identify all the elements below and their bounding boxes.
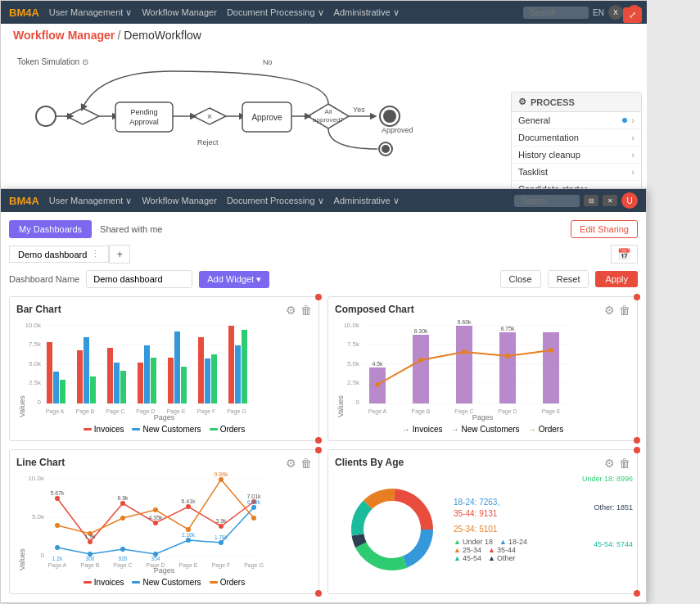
- composed-chart-title: Composed Chart: [335, 304, 630, 315]
- sub-tab-label: Demo dashboard: [18, 250, 87, 259]
- svg-point-104: [186, 504, 191, 509]
- fullscreen-button[interactable]: ⤢: [623, 7, 642, 23]
- svg-rect-50: [174, 331, 180, 403]
- svg-point-116: [120, 516, 125, 521]
- svg-marker-4: [66, 108, 99, 124]
- clients-legend: 18-24: 7263, 35-44: 9131 25-34: 5101 ▲ U…: [454, 498, 527, 562]
- svg-text:Page B: Page B: [76, 408, 95, 415]
- svg-rect-52: [198, 337, 204, 403]
- svg-point-102: [120, 501, 125, 506]
- orders-color: [210, 428, 218, 430]
- bg-nav-wm: Workflow Manager: [142, 7, 217, 17]
- charts-grid: ⚙ 🗑 Bar Chart Values 10.0k 7.5k 5.0k 2.5…: [9, 296, 638, 594]
- svg-text:1.9k: 1.9k: [84, 534, 96, 539]
- main-nav-dp[interactable]: Document Processing ∨: [227, 196, 324, 206]
- legend-line-orders: Orders: [210, 578, 246, 587]
- svg-text:Pending: Pending: [130, 108, 157, 116]
- main-search-input[interactable]: [514, 195, 580, 207]
- svg-text:10.0k: 10.0k: [28, 475, 45, 482]
- main-nav-wm[interactable]: Workflow Manager: [142, 196, 217, 205]
- new-customers-color: [132, 428, 140, 430]
- main-nav-admin[interactable]: Administrative ∨: [334, 196, 400, 206]
- composed-chart-delete-icon[interactable]: 🗑: [619, 304, 630, 317]
- svg-text:Page E: Page E: [179, 562, 198, 569]
- legend-item-under18: ▲ Under 18: [454, 538, 493, 546]
- svg-rect-55: [228, 326, 234, 403]
- svg-text:Page E: Page E: [542, 408, 561, 415]
- svg-rect-39: [60, 380, 65, 403]
- clients-chart-delete-icon[interactable]: 🗑: [619, 457, 630, 470]
- main-nav-um[interactable]: User Management ∨: [49, 196, 133, 206]
- bar-chart-settings-icon[interactable]: ⚙: [286, 304, 296, 317]
- svg-point-84: [375, 382, 380, 387]
- svg-text:0: 0: [38, 399, 42, 406]
- bg-nav-admin: Administrative ∨: [334, 7, 400, 18]
- tab-my-dashboards[interactable]: My Dashboards: [9, 220, 92, 238]
- legend-item-25-34-sm: ▲ 25-34: [454, 546, 481, 554]
- bg-logo: BM4A: [9, 7, 39, 19]
- svg-rect-38: [53, 372, 59, 403]
- composed-chart-corner-tr: [634, 294, 640, 300]
- line-orders-color: [210, 581, 218, 584]
- add-widget-dropdown-icon: ▾: [256, 274, 261, 285]
- add-widget-button[interactable]: Add Widget ▾: [199, 271, 269, 288]
- line-chart-delete-icon[interactable]: 🗑: [300, 457, 312, 470]
- dashboard-name-input[interactable]: [86, 270, 192, 288]
- svg-point-100: [55, 496, 60, 501]
- bar-chart-title: Bar Chart: [16, 304, 312, 315]
- svg-text:8.30k: 8.30k: [413, 328, 428, 334]
- apply-button[interactable]: Apply: [595, 271, 638, 287]
- reset-button[interactable]: Reset: [548, 270, 589, 288]
- main-content: My Dashboards Shared with me Edit Sharin…: [1, 212, 646, 602]
- svg-point-87: [505, 354, 510, 358]
- line-chart-settings-icon[interactable]: ⚙: [286, 457, 296, 470]
- svg-point-117: [153, 507, 158, 512]
- svg-rect-40: [77, 350, 83, 403]
- svg-text:Page C: Page C: [113, 562, 132, 569]
- bg-nav: User Management ∨: [49, 7, 133, 18]
- svg-text:1.2k: 1.2k: [52, 556, 63, 561]
- general-dot: [622, 118, 627, 123]
- bg-nav-dp: Document Processing ∨: [227, 7, 324, 18]
- svg-text:4.35k: 4.35k: [148, 515, 163, 521]
- legend-35-44: 35-44: 9131: [454, 509, 527, 518]
- edit-sharing-button[interactable]: Edit Sharing: [571, 220, 638, 238]
- svg-rect-49: [168, 358, 174, 403]
- svg-text:354: 354: [151, 556, 160, 561]
- svg-rect-83: [543, 332, 559, 403]
- svg-text:Page D: Page D: [136, 408, 155, 415]
- clients-chart-corner-tr: [634, 447, 640, 453]
- sub-tab-options-icon[interactable]: ⋮: [91, 249, 100, 259]
- process-item-general[interactable]: General ›: [512, 112, 641, 129]
- clients-by-age-card: ⚙ 🗑 Clients By Age: [327, 449, 638, 594]
- svg-rect-77: [413, 335, 429, 403]
- line-chart-legend: Invoices New Customers Orders: [16, 578, 312, 587]
- add-tab-button[interactable]: +: [109, 245, 130, 264]
- line-chart-tools: ⚙ 🗑: [286, 457, 312, 470]
- svg-text:2.16k: 2.16k: [182, 532, 196, 538]
- process-item-documentation[interactable]: Documentation›: [512, 129, 641, 146]
- dashboard-sub-tab[interactable]: Demo dashboard ⋮: [9, 246, 109, 263]
- svg-text:Token Simulation ⊙: Token Simulation ⊙: [17, 57, 88, 66]
- svg-rect-79: [456, 326, 472, 403]
- bar-chart-y-label: Values: [16, 319, 26, 417]
- close-button[interactable]: Close: [500, 270, 541, 288]
- bar-chart-tools: ⚙ 🗑: [286, 304, 312, 317]
- process-item-tasklist[interactable]: Tasklist›: [512, 164, 641, 181]
- bar-chart-corner-br: [315, 437, 322, 444]
- svg-text:0: 0: [41, 552, 45, 559]
- clients-chart-settings-icon[interactable]: ⚙: [604, 457, 615, 470]
- bar-chart-delete-icon[interactable]: 🗑: [300, 304, 312, 317]
- 45-54-callout: 45-54: 5744: [594, 540, 633, 548]
- composed-chart-settings-icon[interactable]: ⚙: [604, 304, 615, 317]
- tab-shared-with-me[interactable]: Shared with me: [100, 224, 162, 234]
- svg-point-120: [251, 516, 256, 521]
- svg-rect-46: [138, 363, 143, 403]
- svg-rect-44: [114, 363, 120, 403]
- bg-search-input[interactable]: [523, 7, 589, 19]
- composed-chart-legend: → Invoices → New Customers → Orders: [335, 425, 630, 434]
- legend-comp-customers: → New Customers: [450, 425, 519, 434]
- legend-item-other: ▲ Other: [488, 554, 515, 562]
- process-item-history[interactable]: History cleanup›: [512, 146, 641, 164]
- calendar-button[interactable]: 📅: [611, 245, 638, 264]
